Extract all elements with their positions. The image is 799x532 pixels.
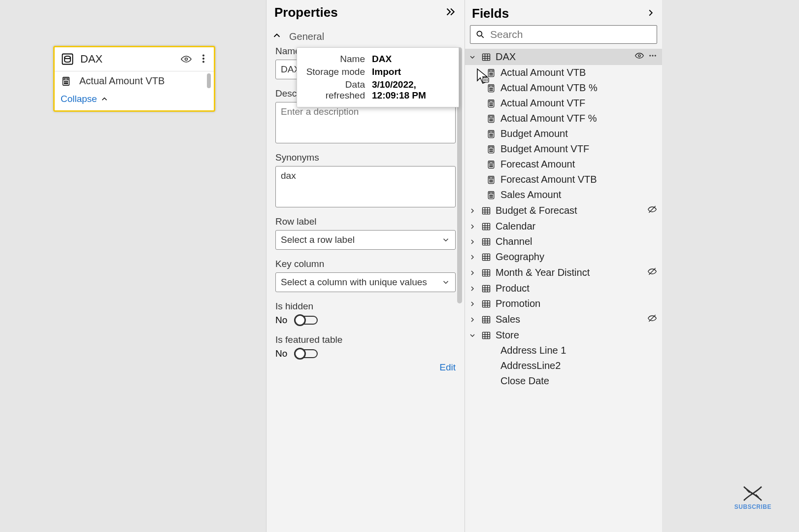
table-name: Product <box>496 283 653 294</box>
is-featured-label: Is featured table <box>275 334 456 345</box>
svg-point-45 <box>490 105 491 106</box>
svg-point-22 <box>652 55 653 56</box>
svg-rect-107 <box>483 238 490 245</box>
chevron-right-icon[interactable] <box>468 316 477 324</box>
table-icon <box>481 252 492 262</box>
fields-field-row[interactable]: Actual Amount VTB <box>465 65 662 80</box>
hidden-icon[interactable] <box>647 266 657 279</box>
field-name: Sales Amount <box>500 189 657 200</box>
svg-rect-96 <box>483 207 490 214</box>
fields-field-row[interactable]: Address Line 1 <box>465 343 662 358</box>
svg-rect-81 <box>489 177 493 178</box>
svg-rect-128 <box>483 300 490 307</box>
svg-point-13 <box>67 83 68 84</box>
fields-table-row[interactable]: Month & Year Distinct <box>465 265 662 281</box>
hidden-icon[interactable] <box>647 204 657 217</box>
fields-field-row[interactable]: Forecast Amount VTB <box>465 172 662 187</box>
fields-field-row[interactable]: Budget Amount <box>465 126 662 141</box>
svg-point-78 <box>491 166 492 167</box>
svg-point-67 <box>491 149 492 150</box>
collapse-properties-icon[interactable] <box>444 5 457 20</box>
table-card-dax[interactable]: DAX Actual Amount VTB Collapse <box>53 46 215 112</box>
svg-point-92 <box>492 195 493 196</box>
measure-icon <box>486 83 497 93</box>
model-canvas[interactable]: DAX Actual Amount VTB Collapse <box>0 0 266 532</box>
row-label-select[interactable]: Select a row label <box>275 230 456 250</box>
chevron-right-icon[interactable] <box>468 253 477 261</box>
more-options-icon[interactable] <box>198 53 210 65</box>
fields-field-row[interactable]: Sales Amount <box>465 187 662 202</box>
svg-point-11 <box>64 83 65 84</box>
measure-icon <box>61 76 71 87</box>
chevron-down-icon <box>441 235 450 244</box>
chevron-right-icon[interactable] <box>468 207 477 215</box>
tooltip-key: Storage mode <box>304 66 365 77</box>
is-featured-value: No <box>275 348 287 359</box>
svg-rect-33 <box>489 85 493 87</box>
section-general-header[interactable]: General <box>266 25 465 46</box>
card-scrollbar[interactable] <box>207 73 211 88</box>
svg-point-34 <box>490 88 491 89</box>
visibility-icon[interactable] <box>634 51 644 63</box>
key-column-select[interactable]: Select a column with unique values <box>275 272 456 292</box>
fields-table-row[interactable]: Sales <box>465 311 662 328</box>
svg-point-36 <box>492 88 493 89</box>
chevron-down-icon[interactable] <box>468 332 477 339</box>
svg-rect-123 <box>483 285 490 292</box>
fields-field-row[interactable]: Actual Amount VTF <box>465 96 662 111</box>
synonyms-input[interactable]: dax <box>275 166 456 207</box>
description-input[interactable] <box>275 102 456 143</box>
fields-table-row[interactable]: Product <box>465 281 662 296</box>
chevron-right-icon[interactable] <box>468 223 477 231</box>
svg-point-47 <box>492 105 493 106</box>
collapse-fields-icon[interactable] <box>645 7 656 20</box>
properties-header: Properties <box>266 0 465 25</box>
chevron-right-icon[interactable] <box>468 238 477 246</box>
svg-point-23 <box>655 55 656 56</box>
chevron-up-icon <box>100 95 109 103</box>
fields-field-row[interactable]: AddressLine2 <box>465 358 662 373</box>
chevron-up-icon[interactable] <box>271 30 282 43</box>
chevron-down-icon[interactable] <box>468 53 477 61</box>
collapse-link[interactable]: Collapse <box>61 94 97 104</box>
edit-featured-link[interactable]: Edit <box>439 362 456 373</box>
fields-field-row[interactable]: Actual Amount VTF % <box>465 111 662 126</box>
fields-field-row[interactable]: Forecast Amount <box>465 157 662 172</box>
fields-table-row[interactable]: Geography <box>465 249 662 265</box>
measure-icon <box>486 160 497 169</box>
fields-table-row[interactable]: Promotion <box>465 296 662 311</box>
fields-table-row[interactable]: Channel <box>465 234 662 249</box>
chevron-right-icon[interactable] <box>468 285 477 293</box>
svg-point-43 <box>491 103 492 104</box>
is-featured-toggle[interactable] <box>294 349 318 358</box>
search-input[interactable] <box>490 29 652 40</box>
more-options-icon[interactable] <box>648 51 657 63</box>
measure-icon <box>486 144 497 154</box>
svg-rect-15 <box>483 54 490 60</box>
fields-table-row[interactable]: Store <box>465 328 662 343</box>
hidden-icon[interactable] <box>647 313 657 326</box>
chevron-right-icon[interactable] <box>468 269 477 277</box>
field-name: Actual Amount VTB <box>500 67 657 78</box>
fields-table-row[interactable]: Calendar <box>465 219 662 234</box>
table-card-row[interactable]: Actual Amount VTB <box>55 71 214 91</box>
fields-field-row[interactable]: Budget Amount VTF <box>465 141 662 157</box>
svg-point-85 <box>490 181 491 182</box>
fields-field-row[interactable]: Close Date <box>465 373 662 389</box>
fields-field-row[interactable]: Actual Amount VTB % <box>465 80 662 96</box>
is-hidden-label: Is hidden <box>275 301 456 312</box>
svg-rect-7 <box>64 78 68 80</box>
chevron-right-icon[interactable] <box>468 300 477 308</box>
svg-rect-65 <box>489 146 493 148</box>
svg-point-10 <box>67 81 68 82</box>
fields-table-row[interactable]: Budget & Forecast <box>465 202 662 219</box>
table-icon <box>481 268 492 278</box>
table-card-title: DAX <box>80 53 174 66</box>
fields-list[interactable]: DAXActual Amount VTBActual Amount VTB %A… <box>465 49 662 532</box>
fields-table-row[interactable]: DAX <box>465 49 662 65</box>
svg-point-44 <box>492 103 493 104</box>
visibility-icon[interactable] <box>180 53 192 65</box>
search-box[interactable] <box>470 25 657 44</box>
svg-point-93 <box>490 197 491 198</box>
is-hidden-toggle[interactable] <box>294 316 318 325</box>
